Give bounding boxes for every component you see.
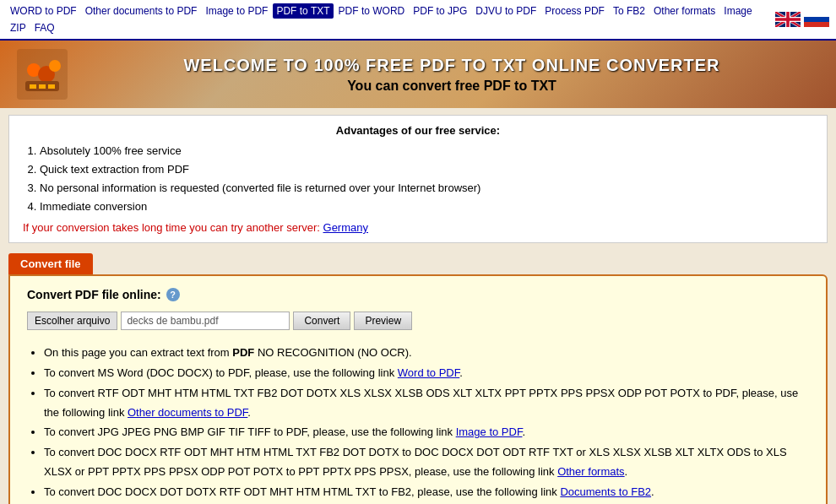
top-navigation: WORD to PDF Other documents to PDF Image… — [0, 0, 836, 41]
nav-image[interactable]: Image — [720, 3, 755, 19]
info-item-4: To convert JPG JPEG PNG BMP GIF TIF TIFF… — [44, 423, 809, 442]
help-icon[interactable]: ? — [166, 288, 180, 301]
nav-zip[interactable]: ZIP — [7, 20, 30, 35]
germany-link[interactable]: Germany — [323, 221, 368, 234]
preview-button[interactable]: Preview — [354, 312, 412, 330]
svg-rect-11 — [48, 84, 55, 89]
image-to-pdf-link[interactable]: Image to PDF — [456, 425, 523, 438]
svg-rect-1 — [804, 12, 829, 17]
info-item-2: To convert MS Word (DOC DOCX) to PDF, pl… — [44, 364, 809, 383]
banner-subtitle: You can convert free PDF to TXT — [84, 79, 819, 94]
docs-to-fb2-link[interactable]: Documents to FB2 — [560, 485, 651, 498]
advantage-item-3: No personal information is requested (co… — [40, 179, 813, 198]
nav-pdf-to-jpg[interactable]: PDF to JPG — [410, 3, 470, 19]
svg-rect-9 — [30, 84, 36, 89]
language-flags — [775, 12, 829, 27]
choose-file-button[interactable]: Escolher arquivo — [27, 312, 117, 330]
tab-row: Convert file — [8, 253, 828, 274]
other-docs-link[interactable]: Other documents to PDF — [128, 406, 247, 419]
file-name-input[interactable] — [121, 312, 290, 330]
convert-button[interactable]: Convert — [293, 312, 350, 330]
svg-rect-2 — [804, 17, 829, 22]
banner: WELCOME TO 100% FREE PDF TO TXT ONLINE C… — [0, 41, 836, 108]
flag-uk-icon[interactable] — [775, 12, 801, 27]
file-row: Escolher arquivo Convert Preview — [27, 312, 809, 330]
nav-to-fb2[interactable]: To FB2 — [610, 3, 649, 19]
other-formats-link[interactable]: Other formats — [557, 465, 624, 478]
nav-djvu-to-pdf[interactable]: DJVU to PDF — [472, 3, 540, 19]
nav-image-to-pdf[interactable]: Image to PDF — [202, 3, 271, 19]
info-item-1: On this page you can extract text from P… — [44, 344, 809, 363]
flag-ru-icon[interactable] — [804, 12, 829, 27]
advantages-list: Absolutely 100% free service Quick text … — [23, 142, 813, 216]
nav-other-docs[interactable]: Other documents to PDF — [82, 3, 201, 19]
advantages-heading: Advantages of our free service: — [23, 124, 813, 137]
advantage-item-2: Quick text extraction from PDF — [40, 160, 813, 179]
convert-panel: Convert PDF file online: ? Escolher arqu… — [8, 274, 828, 504]
nav-other-formats[interactable]: Other formats — [650, 3, 719, 19]
info-item-6: To convert DOC DOCX DOT DOTX RTF ODT MHT… — [44, 483, 809, 502]
nav-faq[interactable]: FAQ — [31, 20, 58, 35]
nav-pdf-to-word[interactable]: PDF to WORD — [335, 3, 409, 19]
nav-word-to-pdf[interactable]: WORD to PDF — [7, 3, 80, 19]
nav-process-pdf[interactable]: Process PDF — [541, 3, 608, 19]
nav-pdf-to-txt[interactable]: PDF to TXT — [273, 3, 333, 19]
advantage-item-4: Immediate conversion — [40, 198, 813, 216]
banner-text: WELCOME TO 100% FREE PDF TO TXT ONLINE C… — [84, 56, 819, 94]
nav-links: WORD to PDF Other documents to PDF Image… — [7, 3, 775, 35]
info-item-5: To convert DOC DOCX RTF ODT MHT HTM HTML… — [44, 443, 809, 482]
advantage-item-1: Absolutely 100% free service — [40, 142, 813, 160]
panel-title: Convert PDF file online: ? — [27, 288, 809, 301]
advantages-box: Advantages of our free service: Absolute… — [8, 115, 828, 243]
word-to-pdf-link[interactable]: Word to PDF — [398, 366, 459, 379]
svg-rect-3 — [804, 22, 829, 27]
info-item-3: To convert RTF ODT MHT HTM HTML TXT FB2 … — [44, 384, 809, 423]
warn-text: If your conversion takes long time you c… — [23, 221, 813, 234]
svg-point-7 — [49, 60, 61, 72]
banner-title: WELCOME TO 100% FREE PDF TO TXT ONLINE C… — [84, 56, 819, 75]
convert-file-tab[interactable]: Convert file — [8, 253, 93, 274]
banner-icon — [17, 49, 68, 100]
svg-rect-10 — [39, 84, 46, 89]
info-list: On this page you can extract text from P… — [27, 344, 809, 504]
